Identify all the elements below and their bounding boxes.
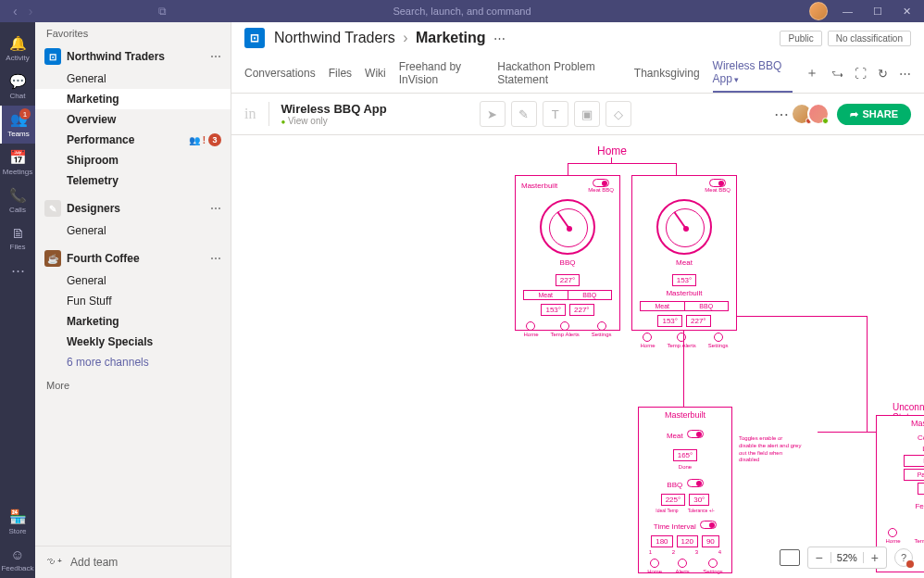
tab-freehand[interactable]: Freehand by InVision	[399, 55, 485, 92]
shape-tool[interactable]: ◇	[606, 101, 631, 127]
rail-calls[interactable]: 📞 Calls	[0, 182, 35, 220]
channel-telemetry[interactable]: Telemetry	[35, 170, 231, 191]
rail-activity[interactable]: 🔔 Activity	[0, 30, 35, 68]
add-team-button[interactable]: ఌ⁺ Add team	[35, 546, 231, 578]
channel-shiproom[interactable]: Shiproom	[35, 150, 231, 170]
channel-marketing[interactable]: Marketing	[35, 311, 231, 332]
more-icon[interactable]: ⋯	[493, 31, 506, 45]
team-designers[interactable]: ✎ Designers ⋯	[35, 196, 231, 220]
tab-wiki[interactable]: Wiki	[365, 61, 386, 85]
main-content: ⊡ Northwind Traders › Marketing ⋯ Public…	[231, 22, 924, 578]
rail-meetings[interactable]: 📅 Meetings	[0, 144, 35, 182]
share-icon: ➦	[850, 108, 858, 120]
privacy-badge: Public	[780, 31, 821, 46]
image-tool[interactable]: ▣	[574, 101, 600, 127]
more-teams[interactable]: More	[35, 372, 231, 398]
minimize-button[interactable]: —	[837, 6, 858, 17]
file-icon: 🗎	[11, 225, 25, 241]
team-northwind[interactable]: ⊡ Northwind Traders ⋯	[35, 44, 231, 69]
channel-fun-stuff[interactable]: Fun Stuff	[35, 291, 231, 311]
mention-icon: !	[203, 135, 206, 145]
close-button[interactable]: ✕	[897, 6, 917, 18]
rail-label: Calls	[9, 206, 26, 214]
app-rail: 🔔 Activity 💬 Chat 👥 Teams 1 📅 Meetings 📞…	[0, 22, 35, 578]
avatar[interactable]	[807, 103, 830, 125]
refresh-icon[interactable]: ↻	[878, 67, 888, 81]
rail-feedback[interactable]: ☺ Feedback	[0, 541, 35, 578]
tab-thanksgiving[interactable]: Thanksgiving	[634, 61, 700, 85]
channel-weekly-specials[interactable]: Weekly Specials	[35, 332, 231, 352]
canvas[interactable]: Home Masterbuilt Meat BBQ BBQ 227° MeatB…	[231, 135, 924, 578]
team-more-icon[interactable]: ⋯	[210, 50, 221, 63]
gauge-icon	[656, 199, 712, 255]
tab-files[interactable]: Files	[329, 61, 352, 85]
zoom-in-button[interactable]: +	[864, 547, 886, 568]
rail-store[interactable]: 🏪 Store	[0, 503, 35, 541]
team-icon: ☕	[44, 250, 61, 267]
wireframe-screen: Masterbuilt Meat 165° Done BBQ 225°30° I…	[638, 407, 732, 573]
channel-header: ⊡ Northwind Traders › Marketing ⋯ Public…	[231, 22, 924, 94]
add-tab-button[interactable]: ＋	[805, 65, 818, 82]
rail-label: Files	[10, 243, 26, 251]
invision-more-icon[interactable]: ⋯	[774, 106, 789, 123]
team-icon: ⊡	[44, 48, 61, 65]
help-button[interactable]: ?	[894, 548, 913, 567]
unread-badge: 3	[208, 133, 221, 146]
phone-icon: 📞	[9, 187, 27, 204]
reply-icon[interactable]: ⮑	[831, 67, 843, 81]
share-button[interactable]: ➦SHARE	[837, 104, 911, 125]
password-input: Password	[904, 469, 924, 481]
rail-label: Activity	[6, 54, 29, 62]
wireframe-label-home: Home	[597, 144, 627, 157]
zoom-control: − 52% +	[807, 547, 887, 569]
rail-chat[interactable]: 💬 Chat	[0, 68, 35, 106]
channel-marketing[interactable]: Marketing	[35, 89, 231, 109]
breadcrumb: Northwind Traders › Marketing ⋯	[274, 30, 509, 46]
text-tool[interactable]: T	[543, 101, 568, 127]
favorites-label: Favorites	[35, 22, 231, 44]
document-title: Wireless BBQ App	[281, 102, 386, 116]
rail-label: Store	[8, 527, 26, 535]
wireframe-note: Toggles enable or disable the alert and …	[739, 435, 802, 464]
rail-more[interactable]: ⋯	[0, 257, 35, 284]
rail-label: Meetings	[3, 168, 32, 176]
channel-overview[interactable]: Overview	[35, 109, 231, 130]
zoom-out-button[interactable]: −	[808, 547, 830, 568]
user-avatar[interactable]	[809, 2, 828, 20]
command-search[interactable]: Search, launch, and command	[393, 6, 531, 17]
back-arrow[interactable]: ‹	[7, 4, 23, 19]
team-icon: ⊡	[244, 28, 265, 48]
tab-wireless-bbq[interactable]: Wireless BBQ App▾	[713, 54, 793, 93]
gauge-icon	[540, 199, 595, 255]
popout-icon[interactable]: ⧉	[158, 5, 167, 18]
pointer-tool[interactable]: ➤	[480, 101, 506, 127]
presence-avatars	[796, 103, 830, 125]
channel-general[interactable]: General	[35, 220, 231, 241]
team-name: Fourth Coffee	[67, 252, 205, 265]
expand-icon[interactable]: ⛶	[855, 67, 867, 81]
team-more-icon[interactable]: ⋯	[210, 202, 221, 215]
tab-conversations[interactable]: Conversations	[244, 61, 316, 85]
calendar-icon: 📅	[9, 149, 27, 166]
more-channels-link[interactable]: 6 more channels	[35, 352, 231, 372]
toggle-icon	[687, 479, 704, 487]
rail-badge: 1	[19, 108, 31, 119]
maximize-button[interactable]: ☐	[868, 6, 888, 18]
rail-teams[interactable]: 👥 Teams 1	[0, 106, 35, 144]
classification-badge: No classification	[828, 31, 911, 46]
rail-label: Feedback	[1, 564, 33, 572]
forward-arrow[interactable]: ›	[23, 4, 39, 19]
rail-files[interactable]: 🗎 Files	[0, 220, 35, 257]
invision-tools: ➤ ✎ T ▣ ◇	[480, 101, 631, 127]
channel-general[interactable]: General	[35, 270, 231, 291]
pencil-tool[interactable]: ✎	[511, 101, 537, 127]
team-more-icon[interactable]: ⋯	[210, 252, 221, 265]
keyboard-icon[interactable]	[780, 549, 800, 566]
tab-more-icon[interactable]: ⋯	[899, 67, 911, 81]
team-fourth-coffee[interactable]: ☕ Fourth Coffee ⋯	[35, 246, 231, 270]
channel-performance[interactable]: Performance 👥 ! 3	[35, 130, 231, 150]
tab-hackathon[interactable]: Hackathon Problem Statement	[497, 55, 621, 92]
zoom-value: 52%	[830, 552, 864, 563]
channel-general[interactable]: General	[35, 69, 231, 89]
document-status: ● View only	[281, 116, 386, 126]
